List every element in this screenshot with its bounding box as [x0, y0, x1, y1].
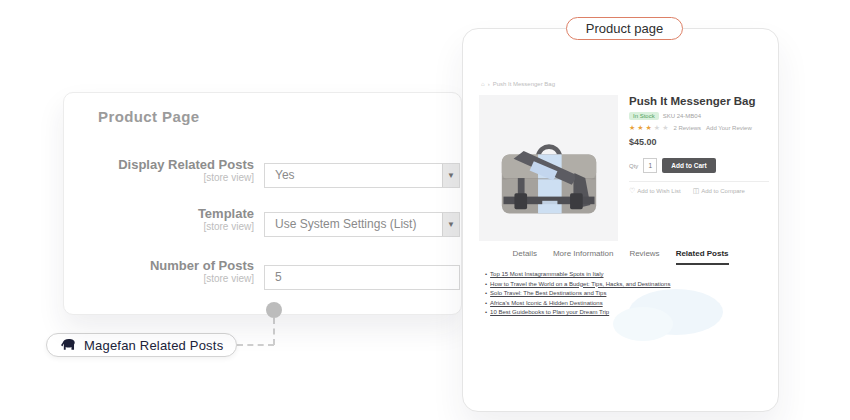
messenger-bag-illustration: [490, 122, 608, 224]
reviews-link[interactable]: 2 Reviews: [673, 125, 701, 131]
tab-related-posts[interactable]: Related Posts: [676, 249, 729, 265]
field-label-text: Display Related Posts: [64, 158, 254, 172]
chevron-down-icon[interactable]: ▼: [442, 164, 459, 187]
compare-icon: ◫: [693, 187, 700, 194]
related-post-item: • Africa's Most Iconic & Hidden Destinat…: [485, 300, 670, 306]
related-post-item: • Solo Travel: The Best Destinations and…: [485, 290, 670, 296]
add-to-cart-button[interactable]: Add to Cart: [662, 158, 715, 173]
stock-badge: In Stock: [629, 112, 659, 120]
related-post-link[interactable]: Africa's Most Iconic & Hidden Destinatio…: [490, 300, 603, 306]
field-scope-text: [store view]: [64, 172, 254, 184]
product-page-preview: ⌂ › Push It Messenger Bag: [462, 28, 779, 412]
wishlist-label: Add to Wish List: [637, 188, 680, 194]
bullet-icon: •: [485, 281, 487, 287]
magefan-callout-label: Magefan Related Posts: [84, 338, 223, 353]
related-posts-list: • Top 15 Most Instagrammable Spots in It…: [485, 271, 670, 319]
connector-line-vertical: [273, 318, 275, 345]
tab-more-information[interactable]: More Information: [553, 249, 613, 265]
qty-input[interactable]: 1: [643, 158, 657, 173]
star-icon: ★: [629, 124, 635, 132]
breadcrumb-separator-icon: ›: [488, 81, 490, 87]
product-sku: SKU 24-MB04: [663, 113, 701, 119]
settings-panel: Product Page Display Related Posts [stor…: [63, 92, 462, 315]
heart-icon: ♡: [629, 187, 635, 194]
breadcrumb-item: Push It Messenger Bag: [493, 81, 555, 87]
field-scope-text: [store view]: [64, 273, 254, 285]
template-select[interactable]: Use System Settings (List) ▼: [264, 212, 460, 237]
bullet-icon: •: [485, 290, 487, 296]
connector-line-horizontal: [237, 344, 274, 346]
related-post-item: • 10 Best Guidebooks to Plan your Dream …: [485, 309, 670, 315]
star-icon: ★: [662, 124, 668, 132]
divider: [629, 181, 769, 182]
field-label: Display Related Posts [store view]: [64, 158, 254, 184]
related-post-link[interactable]: How to Travel the World on a Budget: Tip…: [490, 281, 670, 287]
field-label-text: Number of Posts: [64, 259, 254, 273]
star-icon: ★: [637, 124, 643, 132]
bullet-icon: •: [485, 271, 487, 277]
star-icon: ★: [646, 124, 652, 132]
display-related-posts-select[interactable]: Yes ▼: [264, 163, 460, 188]
product-info: Push It Messenger Bag In Stock SKU 24-MB…: [629, 95, 775, 195]
star-icon: ★: [654, 124, 660, 132]
select-value: Yes: [275, 168, 295, 182]
product-price: $45.00: [629, 137, 775, 147]
page-background: Product Page Display Related Posts [stor…: [0, 0, 850, 420]
home-icon[interactable]: ⌂: [481, 81, 485, 87]
select-value: Use System Settings (List): [275, 217, 416, 231]
product-title: Push It Messenger Bag: [629, 95, 775, 107]
compare-label: Add to Compare: [701, 188, 745, 194]
related-post-link[interactable]: 10 Best Guidebooks to Plan your Dream Tr…: [490, 309, 609, 315]
connector-dot: [266, 302, 282, 318]
magefan-mammoth-icon: [60, 338, 77, 352]
add-to-compare-link[interactable]: ◫Add to Compare: [693, 187, 745, 195]
number-of-posts-input[interactable]: 5: [264, 265, 460, 290]
add-review-link[interactable]: Add Your Review: [706, 125, 752, 131]
input-value: 5: [275, 270, 282, 284]
rating-stars: ★ ★ ★ ★ ★ 2 Reviews Add Your Review: [629, 124, 775, 132]
related-post-link[interactable]: Top 15 Most Instagrammable Spots in Ital…: [490, 271, 603, 277]
field-scope-text: [store view]: [64, 221, 254, 233]
related-post-item: • How to Travel the World on a Budget: T…: [485, 281, 670, 287]
add-to-wishlist-link[interactable]: ♡Add to Wish List: [629, 187, 681, 195]
bullet-icon: •: [485, 309, 487, 315]
magefan-callout: Magefan Related Posts: [46, 333, 237, 357]
product-page-callout: Product page: [566, 17, 683, 40]
bullet-icon: •: [485, 300, 487, 306]
product-image: [479, 95, 618, 241]
field-label-text: Template: [64, 207, 254, 221]
chevron-down-icon[interactable]: ▼: [442, 213, 459, 236]
product-tabs: Details More Information Reviews Related…: [463, 249, 778, 265]
breadcrumb: ⌂ › Push It Messenger Bag: [481, 81, 555, 87]
tab-reviews[interactable]: Reviews: [629, 249, 659, 265]
related-post-item: • Top 15 Most Instagrammable Spots in It…: [485, 271, 670, 277]
tab-details[interactable]: Details: [512, 249, 536, 265]
settings-panel-title: Product Page: [98, 108, 200, 125]
field-label: Template [store view]: [64, 207, 254, 233]
related-post-link[interactable]: Solo Travel: The Best Destinations and T…: [490, 290, 606, 296]
field-label: Number of Posts [store view]: [64, 259, 254, 285]
qty-label: Qty: [629, 163, 638, 169]
